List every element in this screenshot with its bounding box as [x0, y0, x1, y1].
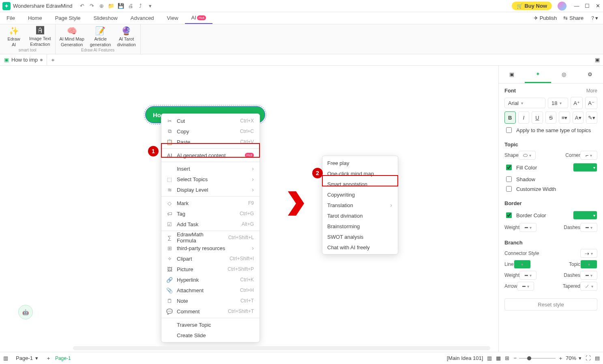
dropdown-icon[interactable]: ▾	[146, 2, 154, 10]
context-item-attachment[interactable]: 📎AttachmentCtrl+H	[161, 285, 260, 295]
font-decrease-button[interactable]: A⁻	[585, 97, 597, 109]
italic-button[interactable]: I	[518, 111, 530, 124]
branch-weight-select[interactable]: ━	[519, 271, 536, 280]
submenu-item-brainstorming[interactable]: Brainstorming	[322, 221, 398, 231]
highlight-button[interactable]: ✎▾	[586, 111, 597, 124]
arrow-select[interactable]: ━	[517, 282, 534, 291]
edraw-ai-button[interactable]: ✨EdrawAl	[4, 26, 24, 47]
zoom-in-button[interactable]: ＋	[558, 355, 563, 362]
fill-color-checkbox[interactable]: Fill Color	[504, 163, 537, 171]
user-avatar[interactable]	[558, 2, 567, 11]
ai-chat-fab[interactable]: 🤖	[18, 305, 33, 319]
submenu-item-tarot-divination[interactable]: Tarot divination	[322, 210, 398, 221]
context-item-insert[interactable]: Insert	[161, 163, 260, 174]
menu-file[interactable]: File	[0, 12, 21, 24]
border-color-swatch[interactable]	[573, 211, 597, 220]
view-mode-1-icon[interactable]: ▥	[487, 355, 492, 361]
apply-same-checkbox[interactable]: Apply to the same type of topics	[504, 126, 597, 134]
maximize-icon[interactable]: ☐	[584, 3, 590, 9]
connector-select[interactable]: ⇢	[580, 249, 597, 258]
border-dashes-select[interactable]: ━	[580, 223, 597, 232]
print-icon[interactable]: 🖨	[127, 2, 135, 10]
tarot-button[interactable]: 🔮Al Tarotdivination	[117, 26, 136, 47]
menu-ai[interactable]: AIHot	[185, 12, 212, 24]
context-item-note[interactable]: 🗒NoteCtrl+T	[161, 295, 260, 306]
view-mode-3-icon[interactable]: ⊞	[505, 355, 509, 361]
context-item-paste[interactable]: 📋PasteCtrl+V	[161, 137, 260, 147]
tapered-select[interactable]: ⟋	[580, 282, 597, 291]
canvas[interactable]: Ho ✂CutCtrl+X⧉CopyCtrl+C📋PasteCtrl+VAlAI…	[0, 66, 498, 352]
outline-icon[interactable]: ▥	[3, 355, 8, 361]
branch-topic-color-select[interactable]	[580, 260, 597, 269]
close-icon[interactable]: ✕	[595, 3, 601, 9]
submenu-item-chat-with-ai-freely[interactable]: Chat with AI freely	[322, 242, 398, 253]
fit-icon[interactable]: ▤	[595, 355, 600, 361]
fill-color-swatch[interactable]	[573, 163, 597, 172]
add-page-button[interactable]: ＋	[46, 355, 51, 362]
context-item-comment[interactable]: 💬CommentCtrl+Shift+T	[161, 306, 260, 317]
image-text-extraction-button[interactable]: 🅰Image TextExtraction	[29, 26, 51, 47]
document-tab[interactable]: ▣ How to imp	[0, 54, 47, 65]
ai-mindmap-button[interactable]: 🧠Al Mind MapGeneration	[60, 26, 84, 47]
submenu-item-free-play[interactable]: Free play	[322, 158, 398, 168]
minimize-icon[interactable]: —	[574, 3, 579, 9]
font-color-button[interactable]: A▾	[573, 111, 584, 124]
line-color-select[interactable]	[514, 260, 531, 269]
context-item-ai-generated-content[interactable]: AlAI generated contentHot	[161, 150, 260, 161]
strike-button[interactable]: S	[545, 111, 557, 124]
submenu-item-translation[interactable]: Translation	[322, 200, 398, 210]
context-item-traverse-topic[interactable]: Traverse Topic	[161, 319, 260, 330]
context-item-add-task[interactable]: ☑Add TaskAlt+G	[161, 219, 260, 229]
zoom-slider[interactable]	[519, 358, 556, 359]
shape-select[interactable]: ⬭	[519, 151, 536, 160]
redo-icon[interactable]: ↷	[88, 2, 96, 10]
branch-dashes-select[interactable]: ━	[580, 271, 597, 280]
submenu-item-one-click-mind-map[interactable]: One-click mind map	[322, 168, 398, 179]
article-gen-button[interactable]: 📝Articlegeneration	[90, 26, 111, 47]
align-button[interactable]: ≡▾	[559, 111, 570, 124]
submenu-item-copywriting[interactable]: Copywriting	[322, 189, 398, 200]
share-button[interactable]: ⇆ Share	[563, 15, 584, 21]
menu-home[interactable]: Home	[21, 12, 49, 24]
custom-width-checkbox[interactable]: Customize Width	[504, 185, 597, 193]
zoom-out-button[interactable]: −	[513, 355, 517, 361]
page-dropdown[interactable]: Page-1 ▾	[12, 354, 42, 362]
add-tab-button[interactable]: ＋	[47, 56, 58, 64]
context-item-tag[interactable]: 🏷TagCtrl+G	[161, 208, 260, 219]
fullscreen-icon[interactable]: ⛶	[586, 355, 591, 361]
help-icon[interactable]: ？▾	[590, 15, 598, 22]
font-family-select[interactable]: Arial	[504, 98, 545, 108]
save-icon[interactable]: 💾	[117, 2, 125, 10]
context-item-mark[interactable]: ◇MarkF9	[161, 198, 260, 208]
bold-button[interactable]: B	[504, 111, 516, 124]
context-item-copy[interactable]: ⧉CopyCtrl+C	[161, 126, 260, 137]
font-increase-button[interactable]: A⁺	[571, 97, 583, 109]
collapse-panel-button[interactable]: ▣	[592, 57, 603, 63]
panel-tab-outline[interactable]: ▣	[499, 66, 525, 83]
context-item-hyperlink[interactable]: 🔗HyperlinkCtrl+K	[161, 274, 260, 285]
menu-advanced[interactable]: Advanced	[124, 12, 161, 24]
panel-tab-settings[interactable]: ⚙	[577, 66, 603, 83]
context-item-third-party-resources[interactable]: ⊞third-party resources	[161, 243, 260, 253]
shadow-checkbox[interactable]: Shadow	[504, 175, 597, 183]
corner-select[interactable]: ⌐	[580, 151, 597, 160]
new-icon[interactable]: ⊕	[97, 2, 105, 10]
reset-style-button[interactable]: Reset style	[504, 298, 597, 310]
view-mode-2-icon[interactable]: ▦	[496, 355, 501, 361]
context-item-picture[interactable]: 🖼PictureCtrl+Shift+P	[161, 264, 260, 274]
panel-tab-theme[interactable]: ◎	[551, 66, 577, 83]
context-item-display-level[interactable]: ≋Display Level	[161, 184, 260, 195]
context-item-create-slide[interactable]: Create Slide	[161, 330, 260, 340]
menu-page-style[interactable]: Page Style	[49, 12, 87, 24]
panel-tab-style[interactable]: ✦	[525, 66, 551, 83]
buy-now-button[interactable]: 🛒 Buy Now	[512, 2, 552, 10]
border-color-checkbox[interactable]: Border Color	[504, 211, 546, 219]
context-item-clipart[interactable]: ✧ClipartCtrl+Shift+I	[161, 253, 260, 264]
border-weight-select[interactable]: ━	[519, 223, 536, 232]
undo-icon[interactable]: ↶	[78, 2, 86, 10]
menu-view[interactable]: View	[161, 12, 185, 24]
menu-slideshow[interactable]: Slideshow	[87, 12, 124, 24]
underline-button[interactable]: U	[532, 111, 543, 124]
publish-button[interactable]: ✈ Publish	[534, 15, 557, 21]
context-item-select-topics[interactable]: ⬚Select Topics	[161, 174, 260, 184]
